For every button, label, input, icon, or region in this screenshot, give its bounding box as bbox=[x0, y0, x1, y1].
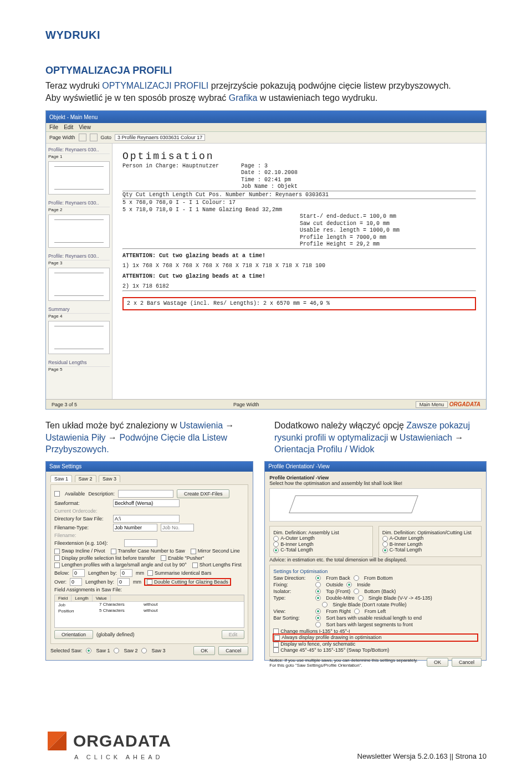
doc-meta: Page : 3 bbox=[241, 163, 298, 170]
radio-saw2[interactable] bbox=[114, 648, 119, 653]
below-input[interactable] bbox=[73, 569, 85, 577]
cell: without bbox=[144, 602, 157, 608]
doc-detail: Profile length = 7000,0 mm bbox=[300, 234, 476, 242]
label: Single Blade (Don't rotate Profile) bbox=[332, 602, 406, 607]
fileext-input[interactable] bbox=[124, 539, 157, 547]
section-label: Profile: Reynaers 030.. bbox=[48, 199, 110, 207]
goto-dropdown[interactable]: 3 Profile Reynaers 0303631 Colour 17 bbox=[115, 134, 205, 141]
tab-saw1[interactable]: Saw 1 bbox=[50, 475, 72, 482]
radio-saw1[interactable] bbox=[86, 648, 91, 653]
orientation-button[interactable]: Orientation bbox=[54, 630, 93, 639]
label: Fixing: bbox=[273, 582, 312, 587]
cancel-button[interactable]: Cancel bbox=[452, 658, 482, 667]
checkbox[interactable] bbox=[54, 555, 60, 561]
main-menu-button[interactable]: Main Menu bbox=[416, 401, 448, 408]
checkbox[interactable] bbox=[273, 628, 279, 634]
radio[interactable] bbox=[382, 548, 388, 553]
lengthen-input[interactable] bbox=[120, 569, 132, 577]
dialog-subheading: Select how the optimisation and assembly… bbox=[269, 480, 482, 486]
description-input[interactable] bbox=[118, 490, 173, 498]
page-thumb-3[interactable] bbox=[48, 268, 110, 301]
radio[interactable] bbox=[354, 609, 360, 614]
menu-view[interactable]: View bbox=[79, 124, 91, 130]
label: Bottom (Back) bbox=[364, 589, 396, 594]
radio[interactable] bbox=[354, 575, 359, 581]
status-zoom[interactable]: Page Width bbox=[233, 402, 259, 407]
checkbox-double-cutting[interactable] bbox=[147, 579, 152, 585]
label: From Right bbox=[326, 609, 351, 614]
radio[interactable] bbox=[315, 615, 321, 621]
profile-orientation-dialog: Profile Orientation/ -View Profile Orien… bbox=[264, 461, 487, 661]
checkbox-always-display[interactable] bbox=[274, 635, 280, 641]
radio[interactable] bbox=[273, 536, 279, 541]
page-thumb-2[interactable] bbox=[48, 214, 110, 248]
tab-saw2[interactable]: Saw 2 bbox=[75, 475, 96, 482]
radio[interactable] bbox=[315, 622, 321, 627]
checkbox[interactable] bbox=[273, 647, 279, 653]
path-part: Ustawienia bbox=[180, 421, 223, 430]
page-thumb-4[interactable] bbox=[48, 321, 110, 354]
radio[interactable] bbox=[346, 582, 352, 587]
table-head: Qty Cut Length Length Cut Pos. Number Nu… bbox=[122, 192, 476, 199]
intro1-a: Teraz wydruki bbox=[45, 81, 102, 90]
intro2-c: w ustawieniach tego wydruku. bbox=[257, 93, 377, 103]
lengthen-input2[interactable] bbox=[117, 578, 130, 586]
radio[interactable] bbox=[382, 536, 388, 541]
radio[interactable] bbox=[322, 602, 328, 607]
label: mm bbox=[136, 570, 144, 576]
checkbox[interactable] bbox=[147, 570, 153, 576]
logo-text: ORGADATA bbox=[73, 732, 171, 750]
checkbox[interactable] bbox=[192, 563, 198, 568]
intro1-c: przejrzyście pokazują podwójne cięcie li… bbox=[208, 81, 451, 90]
label: Available bbox=[65, 491, 85, 497]
checkbox[interactable] bbox=[273, 642, 279, 647]
checkbox[interactable] bbox=[54, 563, 60, 568]
filename-type-select[interactable] bbox=[113, 524, 157, 531]
label: Fileextension (e.g. 104): bbox=[54, 540, 121, 546]
toolbar: Page Width Goto 3 Profile Reynaers 03036… bbox=[46, 132, 486, 144]
checkbox[interactable] bbox=[191, 549, 196, 554]
checkbox[interactable] bbox=[161, 555, 166, 561]
radio[interactable] bbox=[315, 582, 321, 587]
radio[interactable] bbox=[315, 609, 321, 614]
radio[interactable] bbox=[315, 595, 321, 601]
over-input[interactable] bbox=[70, 578, 82, 586]
create-dxf-button[interactable]: Create DXF-Files bbox=[177, 489, 230, 498]
page-thumb-1[interactable] bbox=[48, 161, 110, 195]
ok-button[interactable]: OK bbox=[427, 658, 448, 667]
dropdown-page-width[interactable]: Page Width bbox=[49, 135, 75, 140]
toolbar-icon[interactable] bbox=[90, 134, 98, 141]
intro2-accent: Grafika bbox=[229, 93, 258, 103]
attention-note: ATTENTION: Cut two glazing beads at a ti… bbox=[122, 273, 476, 280]
directory-input[interactable] bbox=[113, 515, 180, 523]
label: Enable "Pusher" bbox=[168, 555, 204, 561]
checkbox[interactable] bbox=[111, 549, 116, 554]
radio-saw3[interactable] bbox=[141, 648, 147, 653]
label: Below: bbox=[54, 570, 69, 576]
doc-person: Person in Charge: Hauptnutzer bbox=[122, 163, 219, 191]
checkbox[interactable] bbox=[54, 549, 60, 554]
label: A-Outer Length bbox=[390, 535, 424, 541]
group-heading: Settings for Optimisation bbox=[273, 569, 478, 574]
radio[interactable] bbox=[315, 589, 321, 594]
label: Lengthen by: bbox=[85, 579, 114, 585]
job-no-input[interactable] bbox=[161, 524, 194, 531]
menu-edit[interactable]: Edit bbox=[64, 124, 73, 130]
radio[interactable] bbox=[354, 589, 359, 594]
toolbar-icon[interactable] bbox=[79, 134, 86, 141]
checkbox-available[interactable] bbox=[54, 491, 60, 497]
menu-file[interactable]: File bbox=[49, 124, 58, 130]
cancel-button[interactable]: Cancel bbox=[218, 646, 248, 655]
radio[interactable] bbox=[273, 548, 279, 553]
radio[interactable] bbox=[273, 541, 279, 547]
sawformat-select[interactable] bbox=[113, 499, 180, 507]
radio[interactable] bbox=[358, 595, 364, 601]
tab-saw3[interactable]: Saw 3 bbox=[99, 475, 120, 482]
doc-detail: Start-/ end-deduct.= 100,0 mm bbox=[300, 213, 476, 221]
label: Swap Incline / Pivot bbox=[62, 548, 105, 554]
label: Display profile selection list before tr… bbox=[62, 555, 155, 561]
radio[interactable] bbox=[382, 541, 388, 547]
profile-sketch bbox=[269, 488, 482, 522]
ok-button[interactable]: OK bbox=[193, 646, 215, 655]
radio[interactable] bbox=[315, 575, 321, 581]
